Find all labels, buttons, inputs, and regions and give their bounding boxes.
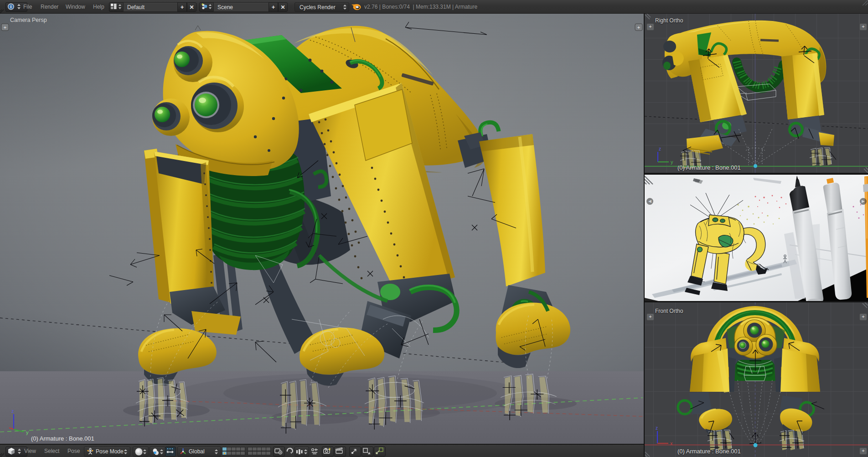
svg-text:z: z xyxy=(656,426,658,431)
svg-text:y: y xyxy=(671,159,673,165)
svg-text:i: i xyxy=(10,4,12,9)
svg-text:+: + xyxy=(637,25,640,30)
svg-text:Camera Persp: Camera Persp xyxy=(10,17,47,23)
svg-text:y: y xyxy=(26,430,29,435)
svg-text:z: z xyxy=(11,408,14,414)
svg-text:z: z xyxy=(659,146,661,151)
svg-text:x: x xyxy=(670,441,673,446)
svg-text:(0) Armature : Bone.001: (0) Armature : Bone.001 xyxy=(31,435,94,442)
svg-text:+: + xyxy=(4,25,6,30)
